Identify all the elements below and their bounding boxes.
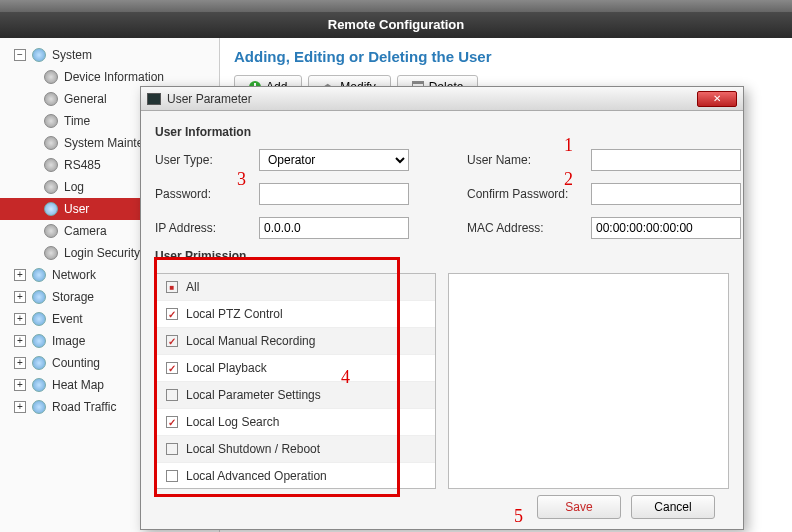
tree-label: Camera bbox=[64, 224, 107, 238]
expand-icon[interactable]: + bbox=[14, 291, 26, 303]
tree-label: User bbox=[64, 202, 89, 216]
permission-scroll[interactable]: All Local PTZ Control Local Manual Recor… bbox=[156, 274, 435, 488]
perm-all[interactable]: All bbox=[156, 274, 435, 301]
form-grid: User Type: Operator User Name: Password:… bbox=[155, 149, 729, 239]
gear-icon bbox=[44, 92, 58, 106]
annotation-5: 5 bbox=[514, 506, 523, 527]
dialog-titlebar[interactable]: User Parameter bbox=[141, 87, 743, 111]
perm-label: Local Playback bbox=[186, 361, 267, 375]
permission-list-right[interactable] bbox=[448, 273, 729, 489]
globe-icon bbox=[32, 356, 46, 370]
tree-device-info[interactable]: Device Information bbox=[0, 66, 219, 88]
dialog-title: User Parameter bbox=[167, 92, 697, 106]
cancel-button[interactable]: Cancel bbox=[631, 495, 715, 519]
tree-label: Login Security bbox=[64, 246, 140, 260]
tree-label: Event bbox=[52, 312, 83, 326]
expand-icon[interactable]: + bbox=[14, 335, 26, 347]
tree-label: Device Information bbox=[64, 70, 164, 84]
perm-log-search[interactable]: Local Log Search bbox=[156, 409, 435, 436]
checkbox-icon[interactable] bbox=[166, 362, 178, 374]
checkbox-icon[interactable] bbox=[166, 443, 178, 455]
permission-list-left: All Local PTZ Control Local Manual Recor… bbox=[155, 273, 436, 489]
gear-icon bbox=[44, 114, 58, 128]
close-button[interactable] bbox=[697, 91, 737, 107]
gear-icon bbox=[44, 180, 58, 194]
section-permissions: User Primission bbox=[155, 249, 729, 263]
globe-icon bbox=[32, 378, 46, 392]
annotation-2: 2 bbox=[564, 169, 573, 190]
gear-icon bbox=[44, 246, 58, 260]
annotation-1: 1 bbox=[564, 135, 573, 156]
tree-label: Image bbox=[52, 334, 85, 348]
globe-icon bbox=[32, 290, 46, 304]
perm-ptz[interactable]: Local PTZ Control bbox=[156, 301, 435, 328]
expand-icon[interactable]: + bbox=[14, 357, 26, 369]
globe-icon bbox=[32, 312, 46, 326]
gear-icon bbox=[44, 70, 58, 84]
tree-label: Counting bbox=[52, 356, 100, 370]
gear-icon bbox=[44, 202, 58, 216]
user-parameter-dialog: User Parameter User Information User Typ… bbox=[140, 86, 744, 530]
ip-input[interactable] bbox=[259, 217, 409, 239]
collapse-icon[interactable]: − bbox=[14, 49, 26, 61]
perm-advanced[interactable]: Local Advanced Operation bbox=[156, 463, 435, 488]
annotation-4: 4 bbox=[341, 367, 350, 388]
perm-label: Local Advanced Operation bbox=[186, 469, 327, 483]
perm-label: Local Log Search bbox=[186, 415, 279, 429]
annotation-3: 3 bbox=[237, 169, 246, 190]
perm-manual-rec[interactable]: Local Manual Recording bbox=[156, 328, 435, 355]
mac-input[interactable] bbox=[591, 217, 741, 239]
checkbox-icon[interactable] bbox=[166, 416, 178, 428]
tree-label: General bbox=[64, 92, 107, 106]
globe-icon bbox=[32, 334, 46, 348]
perm-label: Local Parameter Settings bbox=[186, 388, 321, 402]
app-title: Remote Configuration bbox=[0, 12, 792, 38]
label-ip: IP Address: bbox=[155, 221, 255, 235]
page-title: Adding, Editing or Deleting the User bbox=[234, 48, 778, 65]
tree-label: Time bbox=[64, 114, 90, 128]
expand-icon[interactable]: + bbox=[14, 269, 26, 281]
checkbox-icon[interactable] bbox=[166, 470, 178, 482]
checkbox-icon[interactable] bbox=[166, 281, 178, 293]
tree-label: System bbox=[52, 48, 92, 62]
gear-icon bbox=[44, 224, 58, 238]
password-input[interactable] bbox=[259, 183, 409, 205]
globe-icon bbox=[32, 400, 46, 414]
tree-label: Network bbox=[52, 268, 96, 282]
label-user-type: User Type: bbox=[155, 153, 255, 167]
save-button[interactable]: Save bbox=[537, 495, 621, 519]
globe-icon bbox=[32, 48, 46, 62]
checkbox-icon[interactable] bbox=[166, 389, 178, 401]
expand-icon[interactable]: + bbox=[14, 313, 26, 325]
section-user-info: User Information bbox=[155, 125, 729, 139]
dialog-footer: Save Cancel bbox=[155, 489, 729, 519]
permission-section: All Local PTZ Control Local Manual Recor… bbox=[155, 273, 729, 519]
gear-icon bbox=[44, 136, 58, 150]
perm-playback[interactable]: Local Playback bbox=[156, 355, 435, 382]
dialog-icon bbox=[147, 93, 161, 105]
checkbox-icon[interactable] bbox=[166, 308, 178, 320]
dialog-body: User Information User Type: Operator Use… bbox=[141, 111, 743, 529]
expand-icon[interactable]: + bbox=[14, 401, 26, 413]
confirm-password-input[interactable] bbox=[591, 183, 741, 205]
gear-icon bbox=[44, 158, 58, 172]
tree-label: Heat Map bbox=[52, 378, 104, 392]
globe-icon bbox=[32, 268, 46, 282]
tree-label: Storage bbox=[52, 290, 94, 304]
expand-icon[interactable]: + bbox=[14, 379, 26, 391]
perm-label: Local Manual Recording bbox=[186, 334, 315, 348]
user-name-input[interactable] bbox=[591, 149, 741, 171]
tree-label: Log bbox=[64, 180, 84, 194]
perm-label: Local Shutdown / Reboot bbox=[186, 442, 320, 456]
perm-label: All bbox=[186, 280, 199, 294]
label-mac: MAC Address: bbox=[467, 221, 587, 235]
perm-shutdown[interactable]: Local Shutdown / Reboot bbox=[156, 436, 435, 463]
perm-param[interactable]: Local Parameter Settings bbox=[156, 382, 435, 409]
top-banner bbox=[0, 0, 792, 12]
tree-label: Road Traffic bbox=[52, 400, 116, 414]
tree-label: RS485 bbox=[64, 158, 101, 172]
checkbox-icon[interactable] bbox=[166, 335, 178, 347]
tree-system[interactable]: − System bbox=[0, 44, 219, 66]
user-type-select[interactable]: Operator bbox=[259, 149, 409, 171]
permission-panels: All Local PTZ Control Local Manual Recor… bbox=[155, 273, 729, 489]
